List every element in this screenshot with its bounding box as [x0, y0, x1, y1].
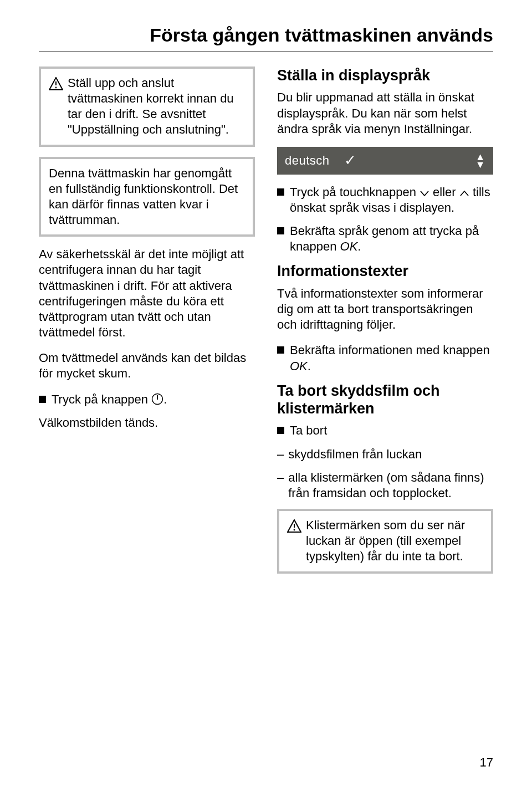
right-bullet-3-pre: Bekräfta informationen med knappen [290, 343, 490, 357]
left-column: Ställ upp och anslut tvättmaskinen korre… [39, 67, 255, 584]
info-box-1-text: Denna tvättmaskin har genomgått en fulls… [49, 166, 238, 227]
caret-down-icon [420, 190, 429, 197]
bullet-square-icon [277, 227, 284, 234]
bullet-square-icon [277, 346, 284, 354]
right-bullet-4: Ta bort [277, 423, 493, 438]
dash-icon: – [277, 447, 284, 462]
page-number: 17 [480, 755, 493, 770]
display-text: deutsch [285, 153, 330, 168]
warning-box-2-text: Klistermärken som du ser när luckan är ö… [306, 518, 483, 564]
right-paragraph-2: Två informationstexter som informerar di… [277, 286, 493, 333]
right-heading-1: Ställa in displayspråk [277, 67, 493, 84]
warning-icon [287, 519, 301, 533]
title-divider [39, 52, 493, 52]
info-box-1: Denna tvättmaskin har genomgått en fulls… [39, 157, 255, 237]
right-bullet-2-pre: Bekräfta språk genom att trycka på knapp… [290, 224, 479, 253]
right-heading-2: Informationstexter [277, 262, 493, 280]
right-column: Ställa in displayspråk Du blir uppmanad … [277, 67, 493, 584]
left-paragraph-1: Av säkerhetsskäl är det inte möjligt att… [39, 247, 255, 340]
warning-box-1-text: Ställ upp och anslut tvättmaskinen korre… [68, 75, 245, 138]
bullet-square-icon [277, 427, 284, 434]
left-paragraph-3: Välkomstbilden tänds. [39, 415, 255, 431]
right-paragraph-1: Du blir uppmanad att ställa in önskat di… [277, 90, 493, 136]
warning-box-1: Ställ upp och anslut tvättmaskinen korre… [39, 67, 255, 147]
check-icon: ✓ [344, 151, 357, 170]
right-bullet-2-post: . [357, 239, 361, 253]
right-bullet-3-post: . [308, 359, 311, 373]
warning-box-2: Klistermärken som du ser när luckan är ö… [277, 509, 493, 573]
right-bullet-1-pre: Tryck på touchknappen [290, 185, 420, 199]
dash-icon: – [277, 470, 284, 486]
power-icon [151, 393, 163, 405]
right-dash-1: – skyddsfilmen från luckan [277, 447, 493, 462]
right-bullet-1: Tryck på touchknappen eller tills önskat… [277, 185, 493, 216]
right-dash-2: – alla klistermärken (om sådana finns) f… [277, 470, 493, 501]
left-bullet-1: Tryck på knappen . [39, 392, 255, 407]
left-bullet-1-post: . [163, 392, 167, 406]
right-bullet-1-mid: eller [429, 185, 459, 199]
svg-point-7 [294, 529, 295, 531]
right-heading-3: Ta bort skyddsfilm och klistermärken [277, 382, 493, 418]
right-bullet-3: Bekräfta informationen med knappen OK. [277, 343, 493, 374]
left-bullet-1-pre: Tryck på knappen [52, 392, 151, 406]
display-box: deutsch ✓ ▲▼ [277, 147, 493, 175]
caret-up-icon [459, 190, 469, 197]
left-paragraph-2: Om tvättmedel används kan det bildas för… [39, 350, 255, 381]
ok-label: OK [340, 239, 358, 253]
up-down-arrows-icon: ▲▼ [475, 152, 485, 168]
svg-point-2 [55, 87, 57, 89]
bullet-square-icon [277, 188, 284, 196]
right-dash-1-text: skyddsfilmen från luckan [288, 447, 422, 462]
warning-icon [49, 77, 63, 90]
right-bullet-4-text: Ta bort [290, 423, 327, 438]
right-bullet-2: Bekräfta språk genom att trycka på knapp… [277, 223, 493, 254]
right-dash-2-text: alla klistermärken (om sådana finns) frå… [288, 470, 493, 501]
page-title: Första gången tvättmaskinen används [39, 24, 493, 46]
ok-label: OK [290, 359, 308, 373]
bullet-square-icon [39, 396, 46, 403]
